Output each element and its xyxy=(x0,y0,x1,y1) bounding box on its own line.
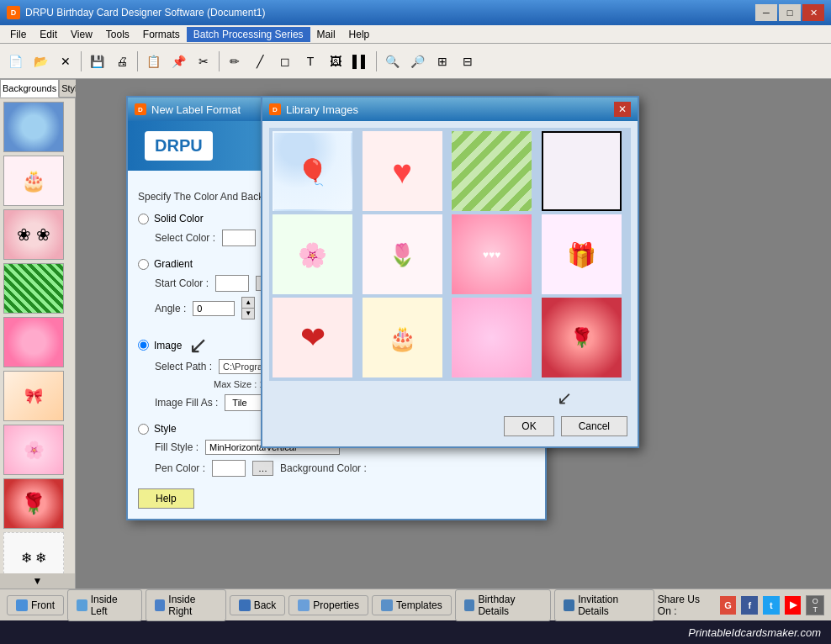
dialog-icon: D xyxy=(135,103,146,115)
menu-edit[interactable]: Edit xyxy=(33,27,64,42)
scroll-down-arrow[interactable]: ▼ xyxy=(0,573,75,589)
solid-color-label: Solid Color xyxy=(154,213,204,224)
style-label: Style xyxy=(154,423,177,435)
lib-image-12[interactable]: 🌹 xyxy=(542,298,622,377)
toolbar-copy[interactable]: 📋 xyxy=(141,50,165,73)
toolbar-barcode[interactable]: ▌▌ xyxy=(349,50,373,73)
menu-formats[interactable]: Formats xyxy=(136,27,187,42)
tab-inside-left[interactable]: Inside Left xyxy=(67,589,142,621)
twitter-button[interactable]: t xyxy=(763,596,780,615)
bg-thumb-2[interactable]: 🎂 xyxy=(3,156,64,206)
google-button[interactable]: G xyxy=(720,596,737,615)
image-radio-label[interactable]: Image xyxy=(138,340,182,351)
library-title-text: Library Images xyxy=(286,103,358,116)
menu-file[interactable]: File xyxy=(3,27,33,42)
solid-color-radio[interactable] xyxy=(138,214,149,224)
lib-image-10[interactable] xyxy=(363,298,442,377)
tab-properties[interactable]: Properties xyxy=(288,595,368,615)
angle-input[interactable] xyxy=(193,301,235,316)
toolbar-zoom-in[interactable]: 🔍 xyxy=(380,50,404,73)
menu-batch[interactable]: Batch Processing Series xyxy=(187,27,310,42)
library-close-button[interactable]: ✕ xyxy=(614,102,631,117)
angle-spinner[interactable]: ▲ ▼ xyxy=(241,297,255,319)
tab-invitation-label: Invitation Details xyxy=(578,594,645,617)
library-cancel-button[interactable]: Cancel xyxy=(561,416,627,436)
menu-view[interactable]: View xyxy=(64,27,99,42)
lib-image-1[interactable] xyxy=(273,131,352,211)
facebook-button[interactable]: f xyxy=(741,596,758,615)
toolbar-draw[interactable]: ✏ xyxy=(223,50,246,73)
tab-inside-right-label: Inside Right xyxy=(168,594,216,617)
lib-image-6[interactable]: 🌷 xyxy=(363,214,442,294)
tab-properties-icon xyxy=(298,599,310,611)
bg-thumb-4[interactable] xyxy=(3,263,64,314)
angle-down[interactable]: ▼ xyxy=(242,309,254,319)
gradient-radio[interactable] xyxy=(138,259,149,270)
tab-birthday-details[interactable]: Birthday Details xyxy=(455,589,552,621)
menu-help[interactable]: Help xyxy=(342,27,377,42)
toolbar-paste[interactable]: 📌 xyxy=(167,50,190,73)
image-radio[interactable] xyxy=(138,340,149,351)
style-radio[interactable] xyxy=(138,424,149,435)
menu-tools[interactable]: Tools xyxy=(99,27,136,42)
toolbar-new[interactable]: 📄 xyxy=(3,50,27,73)
toolbar: 📄 📂 ✕ 💾 🖨 📋 📌 ✂ ✏ ╱ ◻ T 🖼 ▌▌ 🔍 🔎 ⊞ ⊟ xyxy=(0,44,831,79)
bg-color-label: Background Color : xyxy=(280,462,367,474)
share-label: Share Us On : xyxy=(658,594,715,617)
footer-text: PrintableIdcardsmaker.com xyxy=(688,626,821,639)
toolbar-text[interactable]: T xyxy=(299,50,322,73)
pen-color-picker[interactable] xyxy=(212,460,246,477)
help-row: Help xyxy=(138,488,535,509)
bg-thumb-7[interactable]: 🌸 xyxy=(3,425,64,475)
bg-thumb-1[interactable] xyxy=(3,102,64,152)
angle-up[interactable]: ▲ xyxy=(242,298,254,309)
solid-color-picker[interactable] xyxy=(222,230,256,246)
bg-thumb-5[interactable] xyxy=(3,317,64,367)
lib-image-2[interactable] xyxy=(363,131,442,211)
lib-image-3[interactable] xyxy=(452,131,532,211)
tab-inside-right[interactable]: Inside Right xyxy=(146,589,226,621)
library-ok-button[interactable]: OK xyxy=(504,416,553,436)
toolbar-grid[interactable]: ⊟ xyxy=(456,50,479,73)
bg-thumb-3[interactable]: ❀ ❀ xyxy=(3,209,64,260)
menu-mail[interactable]: Mail xyxy=(310,27,342,42)
help-button[interactable]: Help xyxy=(138,488,194,509)
toolbar-btn2[interactable]: 🖨 xyxy=(110,50,134,73)
tab-templates[interactable]: Templates xyxy=(372,595,452,615)
angle-label: Angle : xyxy=(155,303,186,314)
tab-front[interactable]: Front xyxy=(7,595,64,615)
info-widget: O T xyxy=(806,595,824,615)
toolbar-img[interactable]: 🖼 xyxy=(324,50,347,73)
main-area: Backgrounds Styles Shapes 🎂 ❀ ❀ 🎀 🌸 🌹 xyxy=(0,79,831,589)
toolbar-zoom-out[interactable]: 🔎 xyxy=(405,50,429,73)
minimize-button[interactable]: ─ xyxy=(755,4,777,21)
lib-image-4[interactable] xyxy=(542,131,622,211)
toolbar-open[interactable]: 📂 xyxy=(29,50,52,73)
lib-image-9[interactable] xyxy=(273,298,352,377)
toolbar-save[interactable]: 💾 xyxy=(85,50,109,73)
bg-thumb-9[interactable]: ❄ ❄ xyxy=(3,532,64,573)
bg-thumb-6[interactable]: 🎀 xyxy=(3,371,64,421)
youtube-button[interactable]: ▶ xyxy=(785,596,802,615)
tab-invitation-details[interactable]: Invitation Details xyxy=(554,589,654,621)
lib-image-11[interactable] xyxy=(452,298,532,377)
toolbar-cut[interactable]: ✂ xyxy=(192,50,215,73)
lib-image-7[interactable]: ♥♥♥ xyxy=(452,214,532,294)
toolbar-align[interactable]: ⊞ xyxy=(431,50,454,73)
lib-image-8[interactable] xyxy=(542,214,622,294)
ok-arrow: ↙ xyxy=(557,388,572,409)
bg-thumb-8[interactable]: 🌹 xyxy=(3,478,64,529)
toolbar-close[interactable]: ✕ xyxy=(54,50,77,73)
close-button[interactable]: ✕ xyxy=(802,4,824,21)
panel-thumbnails: 🎂 ❀ ❀ 🎀 🌸 🌹 ❄ ❄ xyxy=(0,98,75,573)
start-color-picker[interactable] xyxy=(215,275,249,292)
pen-color-browse[interactable]: … xyxy=(252,461,273,476)
toolbar-line[interactable]: ╱ xyxy=(248,50,272,73)
tab-back-icon xyxy=(239,599,251,611)
lib-image-5[interactable] xyxy=(273,214,352,294)
tab-backgrounds[interactable]: Backgrounds xyxy=(0,79,59,98)
toolbar-shape[interactable]: ◻ xyxy=(273,50,297,73)
tab-back[interactable]: Back xyxy=(230,595,286,615)
maximize-button[interactable]: □ xyxy=(779,4,801,21)
library-body: 🌷 ♥♥♥ 🌹 ↙ xyxy=(262,121,638,446)
